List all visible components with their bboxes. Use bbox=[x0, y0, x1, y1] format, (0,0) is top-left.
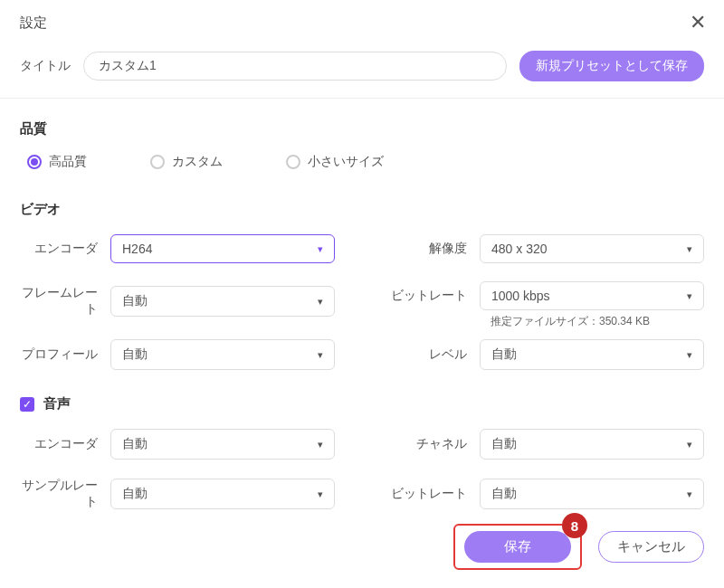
close-icon[interactable]: ✕ bbox=[690, 13, 706, 33]
field-label: サンプルレート bbox=[20, 478, 110, 510]
field-label: ビットレート bbox=[389, 486, 480, 502]
field-label: エンコーダ bbox=[20, 436, 110, 452]
audio-samplerate-select[interactable]: 自動 ▾ bbox=[110, 479, 335, 509]
video-level-field: レベル 自動 ▾ bbox=[389, 339, 704, 370]
save-preset-button[interactable]: 新規プリセットとして保存 bbox=[519, 51, 704, 81]
video-framerate-select[interactable]: 自動 ▾ bbox=[110, 286, 335, 317]
audio-section-header: ✓ 音声 bbox=[20, 395, 704, 413]
audio-channel-field: チャネル 自動 ▾ bbox=[389, 429, 704, 460]
chevron-down-icon: ▾ bbox=[687, 488, 692, 500]
estimate-filesize-note: 推定ファイルサイズ：350.34 KB bbox=[491, 314, 650, 329]
audio-encoder-field: エンコーダ 自動 ▾ bbox=[20, 429, 335, 460]
video-level-select[interactable]: 自動 ▾ bbox=[480, 339, 704, 370]
video-section-title: ビデオ bbox=[20, 201, 704, 218]
field-label: チャネル bbox=[389, 436, 480, 452]
quality-section-title: 品質 bbox=[20, 120, 704, 138]
chevron-down-icon: ▾ bbox=[687, 243, 692, 255]
quality-radio-group: 高品質 カスタム 小さいサイズ bbox=[20, 154, 704, 170]
video-encoder-select[interactable]: H264 ▾ bbox=[110, 234, 335, 263]
dialog-body: 品質 高品質 カスタム 小さいサイズ ビデオ エンコーダ H264 ▾ bbox=[0, 99, 724, 545]
radio-label: 小さいサイズ bbox=[308, 154, 384, 170]
select-value: 自動 bbox=[122, 436, 148, 452]
select-value: H264 bbox=[122, 242, 152, 256]
audio-channel-select[interactable]: 自動 ▾ bbox=[480, 429, 704, 460]
title-input[interactable] bbox=[83, 52, 507, 81]
quality-radio-custom[interactable]: カスタム bbox=[150, 154, 223, 170]
chevron-down-icon: ▾ bbox=[687, 439, 692, 450]
audio-section-title: 音声 bbox=[43, 395, 71, 413]
chevron-down-icon: ▾ bbox=[318, 243, 323, 255]
title-label: タイトル bbox=[20, 58, 71, 74]
chevron-down-icon: ▾ bbox=[318, 296, 323, 308]
step-badge: 8 bbox=[562, 513, 587, 538]
video-resolution-select[interactable]: 480 x 320 ▾ bbox=[480, 234, 704, 263]
video-bitrate-select[interactable]: 1000 kbps ▾ bbox=[480, 281, 704, 310]
field-label: プロフィール bbox=[20, 346, 110, 363]
select-value: 自動 bbox=[122, 486, 148, 502]
video-bitrate-field: ビットレート 1000 kbps ▾ 推定ファイルサイズ：350.34 KB bbox=[389, 281, 704, 310]
field-label: 解像度 bbox=[389, 241, 480, 257]
cancel-button[interactable]: キャンセル bbox=[598, 531, 704, 563]
radio-label: 高品質 bbox=[49, 154, 87, 170]
save-button[interactable]: 保存 bbox=[464, 531, 571, 563]
select-value: 自動 bbox=[491, 486, 517, 502]
save-highlight-box: 保存 8 bbox=[453, 524, 582, 570]
video-grid: エンコーダ H264 ▾ 解像度 480 x 320 ▾ フレームレート 自動 … bbox=[20, 234, 704, 370]
audio-bitrate-field: ビットレート 自動 ▾ bbox=[389, 478, 704, 510]
chevron-down-icon: ▾ bbox=[318, 488, 323, 500]
chevron-down-icon: ▾ bbox=[687, 290, 692, 302]
dialog-title: 設定 bbox=[20, 14, 47, 32]
field-label: ビットレート bbox=[389, 288, 480, 304]
video-resolution-field: 解像度 480 x 320 ▾ bbox=[389, 234, 704, 263]
settings-dialog: 設定 ✕ タイトル 新規プリセットとして保存 品質 高品質 カスタム 小さいサイ… bbox=[0, 0, 724, 588]
select-value: 自動 bbox=[491, 436, 517, 452]
dialog-footer: 保存 8 キャンセル bbox=[453, 524, 704, 570]
field-label: エンコーダ bbox=[20, 241, 110, 257]
dialog-header: 設定 ✕ bbox=[0, 0, 724, 45]
field-label: レベル bbox=[389, 346, 480, 363]
chevron-down-icon: ▾ bbox=[687, 349, 692, 361]
radio-icon bbox=[286, 155, 300, 169]
audio-bitrate-select[interactable]: 自動 ▾ bbox=[480, 479, 704, 509]
title-row: タイトル 新規プリセットとして保存 bbox=[0, 45, 724, 99]
video-profile-field: プロフィール 自動 ▾ bbox=[20, 339, 335, 370]
radio-label: カスタム bbox=[172, 154, 223, 170]
select-value: 自動 bbox=[491, 346, 517, 363]
audio-encoder-select[interactable]: 自動 ▾ bbox=[110, 429, 335, 460]
radio-icon bbox=[150, 155, 165, 169]
video-encoder-field: エンコーダ H264 ▾ bbox=[20, 234, 335, 263]
video-framerate-field: フレームレート 自動 ▾ bbox=[20, 281, 335, 321]
chevron-down-icon: ▾ bbox=[318, 439, 323, 450]
field-label: フレームレート bbox=[20, 285, 110, 318]
quality-radio-small[interactable]: 小さいサイズ bbox=[286, 154, 384, 170]
audio-samplerate-field: サンプルレート 自動 ▾ bbox=[20, 478, 335, 510]
select-value: 自動 bbox=[122, 346, 148, 363]
quality-radio-high[interactable]: 高品質 bbox=[27, 154, 87, 170]
video-profile-select[interactable]: 自動 ▾ bbox=[110, 339, 335, 370]
audio-grid: エンコーダ 自動 ▾ チャネル 自動 ▾ サンプルレート 自動 ▾ bbox=[20, 429, 704, 510]
select-value: 1000 kbps bbox=[491, 289, 550, 303]
audio-checkbox[interactable]: ✓ bbox=[20, 397, 34, 412]
select-value: 480 x 320 bbox=[491, 242, 548, 256]
select-value: 自動 bbox=[122, 293, 148, 309]
radio-icon bbox=[27, 155, 42, 169]
chevron-down-icon: ▾ bbox=[318, 349, 323, 361]
